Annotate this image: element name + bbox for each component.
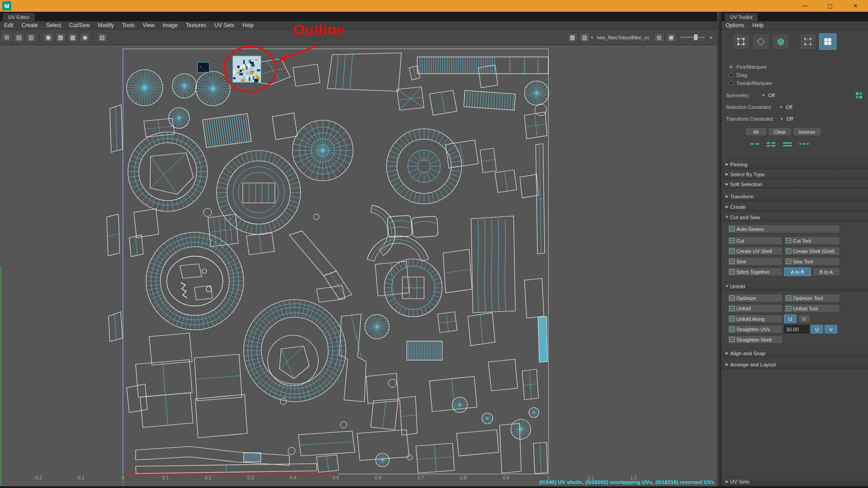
select-clear-button[interactable]: Clear [768,127,792,136]
mode-face-button[interactable] [772,33,789,50]
mode-uv-button[interactable] [799,33,816,50]
section-transform[interactable]: ▶Transform [722,192,868,201]
radio-pick-marquee[interactable] [729,65,733,69]
auto-seams-button[interactable]: Auto-Seams [727,225,840,233]
menu-select[interactable]: Select [42,22,65,28]
menu-cut-sew[interactable]: Cut/Sew [65,22,94,28]
select-all-button[interactable]: All [745,127,767,136]
sew-icon [730,259,735,264]
transform-constraint-dropdown-icon[interactable]: ▾ [781,117,783,121]
mode-edge-button[interactable] [752,33,769,50]
menu-tools[interactable]: Tools [118,22,139,28]
tab-uv-editor[interactable]: UV Editor [2,13,35,21]
toolkit-menu-options[interactable]: Options [722,22,748,28]
distribute-icon-4[interactable] [799,142,809,148]
ruler-label: -0.1 [76,475,85,480]
menu-view[interactable]: View [139,22,159,28]
menu-modify[interactable]: Modify [94,22,118,28]
section-unfold[interactable]: ▼Unfold [722,282,868,291]
symmetry-value[interactable]: Off [768,93,774,98]
exposure-slider[interactable] [680,37,705,38]
mode-vertex-button[interactable] [732,33,750,50]
section-uv-sets[interactable]: ▶UV Sets [722,477,868,486]
straighten-u-button[interactable]: U [811,325,823,333]
distribute-icon-3[interactable] [783,142,793,148]
b-to-a-button[interactable]: B to A [812,267,840,276]
transform-constraint-value[interactable]: Off [787,116,793,122]
collapse-toolbar-icon[interactable]: » [709,34,712,41]
straighten-uvs-button[interactable]: Straighten UVs [727,325,783,333]
uv-canvas[interactable]: -0.2-0.100.10.20.30.40.50.60.70.80.911.1… [0,45,717,486]
section-soft-selection[interactable]: ▶Soft Selection [722,179,868,189]
section-align-and-snap[interactable]: ▶Align and Snap [722,348,868,358]
sew-tool-icon [786,259,791,264]
maximize-button[interactable]: ▢ [817,0,843,12]
dim-image-icon[interactable]: ◉ [80,33,90,42]
close-button[interactable]: ✕ [843,0,868,12]
texture-name[interactable]: neo_NeoTokyoBike_cc [597,35,650,40]
a-to-b-button[interactable]: A to B [784,267,811,276]
straighten-angle-input[interactable] [784,325,809,333]
create-shell-grid-button[interactable]: Create Shell (Grid) [784,247,840,255]
mode-uv-shell-button[interactable] [819,33,836,50]
unfold-tool-button[interactable]: Unfold Tool [784,304,840,313]
section-pinning[interactable]: ▶Pinning [722,160,868,169]
straighten-shell-button[interactable]: Straighten Shell [727,335,783,344]
menu-image[interactable]: Image [159,22,182,28]
radio-tweak-marquee[interactable] [729,81,733,85]
section-cut-and-sew[interactable]: ▼Cut and Sew [722,212,868,222]
menu-textures[interactable]: Textures [182,22,210,28]
uv-grid-icon[interactable]: ⊞ [1,33,12,42]
view-grid-icon[interactable]: ▣ [43,33,54,42]
menu-uv-sets[interactable]: UV Sets [210,22,238,28]
menu-edit[interactable]: Edit [0,22,18,28]
menu-create[interactable]: Create [18,22,42,28]
radio-drag[interactable] [729,73,733,77]
tab-uv-toolkit[interactable]: UV Toolkit [724,13,758,21]
camera-icon[interactable]: ▧ [97,33,108,42]
sew-button[interactable]: Sew [727,257,783,266]
checker-icon[interactable]: ▨ [579,33,590,42]
sew-tool-button[interactable]: Sew Tool [784,257,840,266]
radio-tweak-marquee-label: Tweak/Marquee [736,80,772,86]
symmetry-dropdown-icon[interactable]: ▾ [763,93,765,98]
display-image-icon[interactable]: ▦ [567,33,578,42]
unfold-along-u-button[interactable]: U [784,314,797,323]
texture-dropdown-arrow-icon[interactable]: ▾ [591,35,593,40]
snapshot-icon[interactable]: ▣ [666,33,677,42]
uv-chart-icon[interactable]: ▥ [26,33,37,42]
selection-constraint-dropdown-icon[interactable]: ▾ [780,105,783,109]
selection-constraint-label: Selection Constraint: [726,104,772,110]
uv-toolkit-tabbar: UV Toolkit [722,12,868,21]
straighten-v-button[interactable]: V [825,325,837,333]
distribute-icon-2[interactable] [767,142,777,148]
stitch-together-button[interactable]: Stitch Together [727,267,783,276]
optimize-button[interactable]: Optimize [727,294,783,302]
optimize-tool-icon [786,296,791,300]
create-uv-shell-button[interactable]: Create UV Shell [727,247,783,255]
optimize-tool-button[interactable]: Optimize Tool [784,294,840,302]
texture-borders-icon[interactable]: ▩ [67,33,78,42]
menu-help[interactable]: Help [238,22,258,28]
ruler-label: 0.9 [503,475,509,480]
unfold-button[interactable]: Unfold [727,304,783,313]
toolkit-menu-help[interactable]: Help [748,22,768,28]
section-create[interactable]: ▶Create [722,202,868,211]
cut-tool-button[interactable]: Cut Tool [784,236,840,245]
select-inverse-button[interactable]: Inverse [793,127,821,136]
symmetry-grid-icon[interactable] [855,92,863,99]
unfold-along-button[interactable]: Unfold Along [727,314,783,323]
cut-button[interactable]: Cut [727,236,783,245]
section-select-by-type[interactable]: ▶Select By Type [722,169,868,179]
ruler-label: 0.8 [460,475,467,480]
minimize-button[interactable]: — [792,0,817,12]
uv-stack-icon[interactable]: ▤ [14,33,24,42]
ruler-label: 0 [122,475,124,480]
uv-editor-tabbar: UV Editor [0,12,717,21]
update-texture-icon[interactable]: ◍ [654,33,665,42]
unfold-along-v-button[interactable]: V [798,314,811,323]
shade-uvs-icon[interactable]: ▦ [55,33,66,42]
distribute-icon-1[interactable] [750,142,760,148]
section-arrange-and-layout[interactable]: ▶Arrange and Layout [722,360,868,369]
selection-constraint-value[interactable]: Off [786,104,792,110]
